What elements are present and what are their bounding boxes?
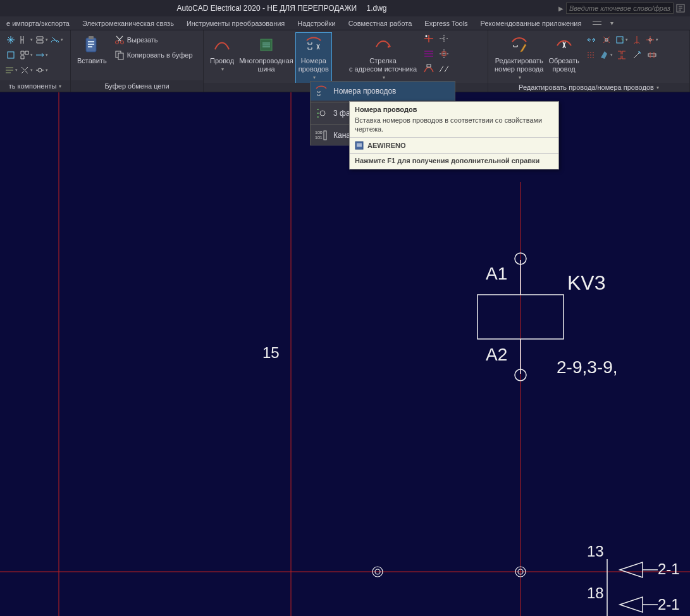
copy-icon [114, 50, 125, 60]
edit-wire-number-label: Редактировать номер провода [495, 57, 543, 73]
tooltip-f1-hint: Нажмите F1 для получения дополнительной … [350, 154, 558, 169]
svg-rect-24 [357, 144, 362, 145]
panel-edit-wires: Редактировать номер провода ▾ Обрезать п… [488, 30, 690, 92]
tab-import-export[interactable]: е импорта/экспорта [0, 16, 76, 30]
svg-rect-18 [648, 54, 656, 56]
svg-point-13 [426, 35, 428, 37]
svg-rect-4 [89, 36, 94, 39]
canvas-label-15: 15 [262, 344, 280, 361]
trim-wire-label: Обрезать провод [548, 57, 579, 73]
canvas-label-kv3: KV3 [567, 271, 605, 294]
source-arrow-button[interactable]: Стрелка с адресом источника ▾ [347, 33, 419, 83]
tab-express-tools[interactable]: Express Tools [418, 16, 474, 30]
dropdown-item-wire-numbers[interactable]: Номера проводов [311, 82, 455, 101]
paste-label: Вставить [77, 57, 107, 65]
tab-electromechanical[interactable]: Электромеханическая связь [76, 16, 180, 30]
component-icon-4[interactable]: ▾ [49, 33, 63, 47]
drawing-canvas[interactable]: 15 A1 A2 KV3 2-9,3-9, 13 18 2-1 2-1 [0, 92, 690, 616]
panel-clipboard-title: Буфер обмена цепи [104, 82, 169, 90]
canvas-label-a2: A2 [486, 345, 507, 364]
edit-icon-3[interactable]: ▾ [615, 33, 629, 47]
canvas-label-r21b: 2-1 [658, 596, 680, 613]
multiwire-label: Многопроводная шина [239, 57, 293, 73]
cut-button[interactable]: Вырезать [113, 33, 194, 47]
scissors-icon [114, 35, 125, 45]
panel-expand-icon[interactable]: ▾ [656, 85, 659, 90]
panel-components-title: ть компоненты [9, 82, 57, 90]
svg-point-19 [320, 111, 325, 116]
wire-tool-icon-1[interactable] [423, 33, 437, 47]
svg-rect-7 [88, 46, 92, 47]
wire-label: Провод [210, 57, 234, 65]
chevron-down-icon: ▾ [519, 73, 521, 82]
ribbon-tab-strip: е импорта/экспорта Электромеханическая с… [0, 16, 690, 30]
svg-rect-1 [8, 52, 14, 58]
tab-expand-icon[interactable]: ▾ [610, 20, 613, 27]
tooltip-command: AEWIRENO [350, 138, 558, 153]
edit-icon-9[interactable] [630, 48, 644, 62]
tab-conversion-tools[interactable]: Инструменты преобразования [180, 16, 291, 30]
wire-numbers-label: Номера проводов [299, 57, 329, 73]
tab-featured-apps[interactable]: Рекомендованные приложения [474, 16, 588, 30]
component-icon-5[interactable] [4, 48, 18, 62]
svg-text:100: 100 [315, 130, 323, 135]
svg-rect-6 [88, 44, 94, 45]
wire-button[interactable]: Провод ▾ [207, 33, 237, 75]
featured-apps-icon[interactable] [593, 20, 601, 27]
edit-icon-10[interactable] [645, 48, 659, 62]
panel-expand-icon[interactable]: ▾ [59, 83, 61, 89]
edit-icon-6[interactable] [584, 48, 598, 62]
search-input[interactable] [566, 3, 674, 14]
canvas-label-ref1: 2-9,3-9, [557, 357, 618, 377]
canvas-label-18: 18 [587, 584, 604, 601]
multiwire-bus-button[interactable]: Многопроводная шина [237, 33, 296, 75]
svg-rect-25 [357, 145, 362, 147]
dropdown-item-label: Номера проводов [333, 87, 397, 95]
dropdown-item-label: Кана [333, 131, 350, 140]
svg-point-9 [120, 41, 123, 44]
svg-rect-5 [88, 41, 94, 42]
edit-icon-1[interactable] [584, 33, 598, 47]
component-icon-3[interactable]: ▾ [34, 33, 48, 47]
edit-icon-5[interactable]: ▾ [645, 33, 659, 47]
component-icon-9[interactable]: ▾ [19, 63, 33, 77]
edit-icon-4[interactable] [630, 33, 644, 47]
canvas-label-a1: A1 [486, 264, 507, 283]
edit-icon-8[interactable] [615, 48, 629, 62]
tab-addins[interactable]: Надстройки [291, 16, 342, 30]
title-bar: AutoCAD Electrical 2020 - НЕ ДЛЯ ПЕРЕПРО… [0, 0, 690, 16]
component-icon-2[interactable]: ▾ [19, 33, 33, 47]
trim-wire-button[interactable]: Обрезать провод [546, 33, 582, 75]
app-title: AutoCAD Electrical 2020 - НЕ ДЛЯ ПЕРЕПРО… [176, 4, 357, 13]
wire-tool-icon-3[interactable] [423, 63, 437, 77]
canvas-label-13: 13 [587, 543, 604, 560]
edit-icon-2[interactable] [600, 33, 613, 47]
component-icon-7[interactable]: ▾ [34, 48, 48, 62]
wire-tool-icon-4[interactable] [438, 33, 452, 47]
edit-icon-7[interactable]: ▾ [600, 48, 613, 62]
paste-button[interactable]: Вставить [75, 33, 109, 66]
source-arrow-label: Стрелка с адресом источника [349, 57, 417, 73]
tab-collaborate[interactable]: Совместная работа [342, 16, 419, 30]
tooltip-command-text: AEWIRENO [367, 142, 406, 149]
infocenter-icon[interactable] [676, 4, 685, 13]
svg-point-2 [38, 68, 42, 72]
panel-clipboard: Вставить Вырезать Копировать в буфер Буф… [71, 30, 204, 92]
wire-tool-icon-5[interactable] [438, 48, 452, 62]
component-icon-8[interactable]: ▾ [4, 63, 18, 77]
tooltip-description: Вставка номеров проводов в соответствии … [350, 114, 558, 137]
component-icon-6[interactable]: ▾ [19, 48, 33, 62]
component-icon-1[interactable] [4, 33, 18, 47]
panel-components: ▾ ▾ ▾ ▾ ▾ ▾ ▾ ▾ ть компоненты▾ [0, 30, 71, 92]
wire-tool-icon-2[interactable] [423, 48, 437, 62]
svg-rect-14 [427, 65, 431, 67]
edit-wire-number-button[interactable]: Редактировать номер провода ▾ [492, 33, 546, 83]
svg-rect-22 [324, 131, 326, 140]
tooltip-title: Номера проводов [350, 102, 558, 114]
component-icon-10[interactable]: ▾ [34, 63, 48, 77]
wire-tool-icon-6[interactable] [438, 63, 452, 77]
copy-button[interactable]: Копировать в буфер [113, 48, 194, 62]
wire-numbers-button[interactable]: Номера проводов ▾ [296, 33, 331, 83]
edit-wires-icon-grid: ▾ ▾ ▾ [584, 33, 659, 62]
three-phase-icon [314, 106, 328, 120]
